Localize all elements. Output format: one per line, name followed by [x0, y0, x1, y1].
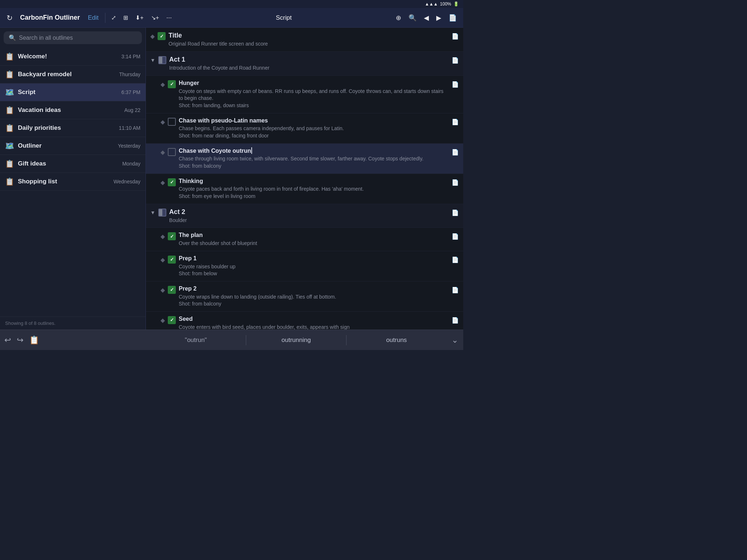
- redo-icon[interactable]: ↪: [17, 335, 23, 345]
- sidebar-item-welcome-name: Welcome!: [18, 53, 118, 60]
- sidebar: 🔍 📋 Welcome! 3:14 PM 📋 Backyard remodel …: [0, 28, 146, 330]
- sidebar-item-gift[interactable]: 📋 Gift ideas Monday: [0, 155, 146, 173]
- checkbox-latin[interactable]: [168, 118, 176, 126]
- checkbox-act1[interactable]: [158, 56, 166, 64]
- forward-icon[interactable]: ▶: [433, 12, 444, 24]
- suggestion-area: "outrun" outrunning outruns: [146, 334, 446, 346]
- collapse-icon-act2[interactable]: ▼: [150, 210, 155, 215]
- row-prep1-text: Prep 1: [179, 255, 449, 262]
- chevron-down-icon[interactable]: ⌄: [446, 335, 463, 345]
- checkbox-seed[interactable]: [168, 316, 176, 324]
- row-thinking-note: Coyote paces back and forth in living ro…: [179, 186, 449, 200]
- note-icon-thinking[interactable]: 📄: [452, 179, 459, 186]
- more-icon[interactable]: ···: [163, 12, 175, 24]
- add-child-icon[interactable]: ⬇+: [132, 12, 146, 23]
- clipboard-icon[interactable]: 📋: [29, 335, 39, 345]
- sidebar-item-backyard-date: Thursday: [119, 71, 140, 77]
- search-bar-icon: 🔍: [9, 34, 16, 41]
- note-icon-title[interactable]: 📄: [452, 33, 459, 40]
- collapse-icon-act1[interactable]: ▼: [150, 57, 155, 63]
- row-coyote-note: Chase through living room twice, with si…: [179, 155, 449, 170]
- row-the-plan[interactable]: ◆ The plan Over the shoulder shot of blu…: [146, 228, 463, 251]
- note-icon-latin[interactable]: 📄: [452, 118, 459, 125]
- row-seed[interactable]: ◆ Seed Coyote enters with bird seed, pla…: [146, 312, 463, 330]
- suggestion-outruns[interactable]: outruns: [347, 334, 446, 346]
- sidebar-item-daily[interactable]: 📋 Daily priorities 11:10 AM: [0, 119, 146, 137]
- info-icon[interactable]: ⊞: [120, 12, 131, 23]
- sidebar-item-shopping[interactable]: 📋 Shopping list Wednesday: [0, 173, 146, 191]
- sidebar-item-backyard[interactable]: 📋 Backyard remodel Thursday: [0, 66, 146, 83]
- note-icon-act1[interactable]: 📄: [452, 57, 459, 64]
- row-title[interactable]: ◆ Title Original Road Runner title scree…: [146, 28, 463, 52]
- sidebar-item-outliner-date: Yesterday: [118, 143, 140, 149]
- move-icon[interactable]: ⊕: [393, 12, 404, 24]
- row-title-note: Original Road Runner title screen and sc…: [169, 40, 449, 48]
- row-act1[interactable]: ▼ Act 1 Introduction of the Coyote and R…: [146, 52, 463, 76]
- row-act2[interactable]: ▼ Act 2 Boulder 📄: [146, 204, 463, 228]
- app-title: CarbonFin Outliner: [17, 14, 83, 22]
- sidebar-item-welcome[interactable]: 📋 Welcome! 3:14 PM: [0, 48, 146, 66]
- suggestion-quoted[interactable]: "outrun": [146, 334, 246, 346]
- sidebar-item-daily-icon: 📋: [5, 124, 14, 132]
- edit-button[interactable]: Edit: [84, 14, 102, 22]
- row-prep1[interactable]: ◆ Prep 1 Coyote raises boulder up Shot: …: [146, 251, 463, 281]
- resize-icon[interactable]: ⤢: [108, 12, 119, 23]
- checkbox-thinking[interactable]: [168, 178, 176, 186]
- row-coyote-content: Chase with Coyote outrun Chase through l…: [179, 147, 449, 170]
- note-icon[interactable]: 📄: [446, 12, 460, 24]
- main-layout: 🔍 📋 Welcome! 3:14 PM 📋 Backyard remodel …: [0, 28, 463, 330]
- suggestion-outrunning[interactable]: outrunning: [246, 334, 346, 346]
- row-plan-content: The plan Over the shoulder shot of bluep…: [179, 232, 449, 247]
- sidebar-item-vacation[interactable]: 📋 Vacation ideas Aug 22: [0, 101, 146, 119]
- undo-icon[interactable]: ↩: [4, 335, 11, 345]
- keyboard-bar-left: ↩ ↪ 📋: [0, 335, 146, 345]
- row-thinking[interactable]: ◆ Thinking Coyote paces back and forth i…: [146, 174, 463, 204]
- sidebar-item-daily-name: Daily priorities: [18, 124, 115, 132]
- refresh-icon[interactable]: ↻: [4, 11, 16, 24]
- checkbox-coyote[interactable]: [168, 148, 176, 156]
- drag-handle-title: ◆: [150, 33, 155, 40]
- search-input[interactable]: [19, 35, 137, 41]
- row-prep1-content: Prep 1 Coyote raises boulder up Shot: fr…: [179, 255, 449, 277]
- note-icon-prep1[interactable]: 📄: [452, 256, 459, 263]
- note-icon-plan[interactable]: 📄: [452, 233, 459, 240]
- row-latin-content: Chase with pseudo-Latin names Chase begi…: [179, 117, 449, 140]
- sidebar-item-outliner[interactable]: 🗺️ Outliner Yesterday: [0, 137, 146, 155]
- note-icon-prep2[interactable]: 📄: [452, 287, 459, 293]
- checkbox-prep1[interactable]: [168, 256, 176, 264]
- sidebar-item-script-date: 6:37 PM: [121, 89, 140, 95]
- row-act1-content: Act 1 Introduction of the Coyote and Roa…: [169, 55, 449, 72]
- row-chase-coyote[interactable]: ◆ Chase with Coyote outrun Chase through…: [146, 144, 463, 174]
- row-hunger[interactable]: ◆ Hunger Coyote on steps with empty can …: [146, 76, 463, 113]
- add-sibling-icon[interactable]: ↘+: [148, 12, 162, 23]
- note-icon-hunger[interactable]: 📄: [452, 81, 459, 88]
- row-thinking-content: Thinking Coyote paces back and forth in …: [179, 178, 449, 200]
- note-icon-act2[interactable]: 📄: [452, 209, 459, 216]
- row-seed-content: Seed Coyote enters with bird seed, place…: [179, 315, 449, 330]
- row-plan-note: Over the shoulder shot of blueprint: [179, 240, 449, 247]
- drag-handle-plan: ◆: [160, 233, 165, 240]
- search-icon[interactable]: 🔍: [406, 12, 419, 24]
- row-thinking-text: Thinking: [179, 178, 449, 185]
- drag-handle-latin: ◆: [160, 118, 165, 125]
- checkbox-title[interactable]: [158, 32, 166, 40]
- sidebar-item-script[interactable]: 🗺️ Script 6:37 PM: [0, 83, 146, 101]
- back-icon[interactable]: ◀: [421, 12, 432, 24]
- checkbox-act2[interactable]: [158, 209, 166, 217]
- sidebar-item-gift-date: Monday: [122, 161, 140, 167]
- checkbox-hunger[interactable]: [168, 80, 176, 88]
- row-prep2[interactable]: ◆ Prep 2 Coyote wraps line down to landi…: [146, 281, 463, 312]
- row-hunger-text: Hunger: [179, 79, 449, 87]
- checkbox-prep2[interactable]: [168, 286, 176, 294]
- checkbox-plan[interactable]: [168, 232, 176, 240]
- note-icon-coyote[interactable]: 📄: [452, 149, 459, 156]
- note-icon-seed[interactable]: 📄: [452, 317, 459, 324]
- content-panel: ◆ Title Original Road Runner title scree…: [146, 28, 463, 330]
- drag-handle-prep1: ◆: [160, 256, 165, 263]
- status-bar: ▲▲▲ 100% 🔋: [0, 0, 463, 8]
- row-chase-latin[interactable]: ◆ Chase with pseudo-Latin names Chase be…: [146, 113, 463, 144]
- row-act2-text: Act 2: [169, 208, 449, 216]
- sidebar-item-welcome-date: 3:14 PM: [121, 54, 140, 59]
- search-bar[interactable]: 🔍: [4, 31, 142, 44]
- drag-handle-thinking: ◆: [160, 179, 165, 186]
